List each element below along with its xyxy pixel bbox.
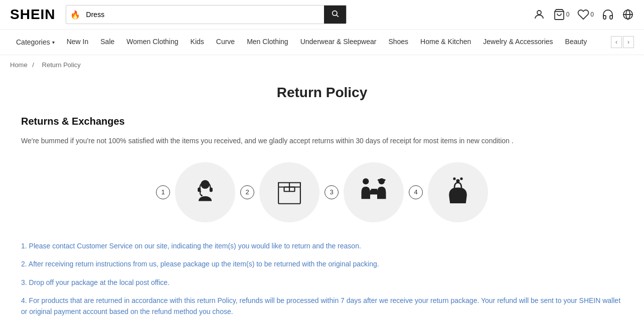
nav-item-jewelry[interactable]: Jewelry & Accessories: [477, 30, 559, 55]
nav-item-kids[interactable]: Kids: [185, 30, 210, 55]
breadcrumb: Home / Return Policy: [0, 55, 644, 75]
step-list-num-1: 1.: [21, 242, 29, 250]
breadcrumb-home[interactable]: Home: [10, 61, 28, 69]
nav-item-shoes[interactable]: Shoes: [382, 30, 414, 55]
nav-item-underwear[interactable]: Underwear & Sleepwear: [294, 30, 383, 55]
package-box-icon: [272, 175, 307, 210]
headset-icon: [602, 9, 614, 21]
search-bar: 🔥: [66, 5, 347, 24]
headset-icon-btn[interactable]: [602, 9, 614, 21]
nav-item-home-kitchen[interactable]: Home & Kitchen: [414, 30, 477, 55]
nav-scroll-left[interactable]: ‹: [611, 36, 622, 48]
step-list: 1. Please contact Customer Service on ou…: [21, 240, 623, 317]
svg-point-2: [537, 11, 541, 15]
navigation: Categories ▾ New In Sale Women Clothing …: [0, 30, 644, 55]
wishlist-badge: 0: [590, 11, 594, 18]
account-icon-btn[interactable]: [533, 9, 545, 21]
page-title: Return Policy: [21, 85, 623, 101]
search-icon: [331, 10, 339, 18]
chevron-down-icon: ▾: [52, 40, 55, 45]
svg-rect-16: [371, 189, 377, 194]
step-list-num-2: 2.: [21, 260, 29, 268]
step-2-icon: [259, 162, 319, 222]
intro-text: We're bummed if you're not 100% satisfie…: [21, 135, 623, 147]
categories-menu[interactable]: Categories ▾: [10, 30, 61, 54]
nav-item-beauty[interactable]: Beauty: [559, 30, 593, 55]
svg-rect-15: [378, 179, 386, 181]
svg-point-17: [456, 179, 460, 183]
search-button[interactable]: [324, 6, 346, 24]
nav-item-women-clothing[interactable]: Women Clothing: [120, 30, 184, 55]
step-list-text-2: After receiving return instructions from…: [29, 260, 379, 268]
step-list-num-3: 3.: [21, 278, 29, 286]
svg-point-8: [201, 194, 203, 196]
heart-icon: [577, 9, 589, 21]
svg-point-5: [201, 180, 210, 189]
nav-item-new-in[interactable]: New In: [61, 30, 95, 55]
svg-line-1: [337, 15, 339, 17]
list-item: 1. Please contact Customer Service on ou…: [21, 240, 623, 251]
step-3-icon: [344, 162, 404, 222]
categories-label: Categories: [16, 38, 50, 46]
logo[interactable]: SHEIN: [10, 7, 56, 23]
svg-point-19: [460, 177, 462, 180]
customer-service-icon: [188, 175, 223, 210]
step-list-text-4: For products that are returned in accord…: [21, 296, 620, 315]
list-item: 3. Drop off your package at the local po…: [21, 277, 623, 288]
list-item: 4. For products that are returned in acc…: [21, 295, 623, 317]
nav-scroll-right[interactable]: ›: [623, 36, 634, 48]
step-1-icon: [175, 162, 235, 222]
svg-point-0: [332, 11, 337, 16]
step-list-num-4: 4.: [21, 296, 29, 304]
refund-icon: [440, 175, 475, 210]
step-list-text-1: Please contact Customer Service on our s…: [29, 242, 361, 250]
breadcrumb-current: Return Policy: [42, 61, 81, 69]
main-content: Return Policy Returns & Exchanges We're …: [1, 75, 643, 317]
nav-item-curve[interactable]: Curve: [210, 30, 241, 55]
svg-point-18: [453, 177, 455, 180]
wishlist-icon-btn[interactable]: 0: [577, 9, 594, 21]
fire-icon: 🔥: [66, 10, 84, 20]
step-1-number: 1: [156, 185, 170, 199]
header-icons: 0 0: [533, 9, 634, 21]
search-input[interactable]: [84, 7, 324, 23]
nav-item-sale[interactable]: Sale: [94, 30, 120, 55]
header: SHEIN 🔥 0: [0, 0, 644, 30]
list-item: 2. After receiving return instructions f…: [21, 258, 623, 269]
step-2-number: 2: [240, 185, 254, 199]
steps-row: 1 2: [21, 162, 623, 222]
cart-badge: 0: [566, 11, 570, 18]
step-4-icon: [428, 162, 488, 222]
step-list-text-3: Drop off your package at the local post …: [29, 278, 170, 286]
nav-item-men-clothing[interactable]: Men Clothing: [241, 30, 294, 55]
user-icon: [533, 9, 545, 21]
section-title: Returns & Exchanges: [21, 116, 623, 127]
svg-point-13: [363, 178, 369, 184]
step-3-number: 3: [325, 185, 339, 199]
cart-icon-btn[interactable]: 0: [553, 9, 570, 21]
globe-icon: [622, 9, 634, 21]
svg-rect-7: [210, 187, 213, 192]
cart-icon: [553, 9, 565, 21]
step-4-number: 4: [409, 185, 423, 199]
globe-icon-btn[interactable]: [622, 9, 634, 21]
breadcrumb-separator: /: [32, 61, 34, 69]
handover-icon: [356, 175, 391, 210]
